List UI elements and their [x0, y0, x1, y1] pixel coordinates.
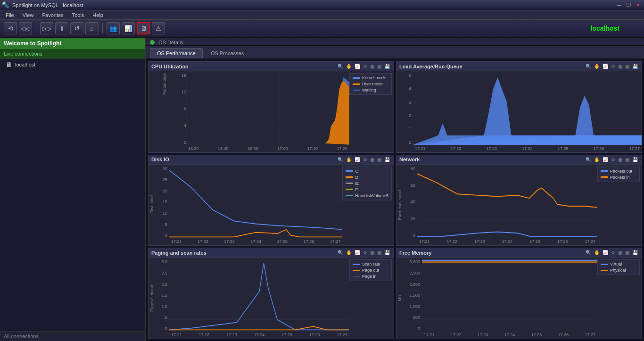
memory-chart-main: 17:21 17:22 17:23 17:24 17:25 17:26 17:2… — [422, 258, 597, 339]
cpu-ytick-4: 0 — [170, 140, 186, 145]
load-chart-toolbar[interactable]: 🔍 ✋ 📈 ⚙ ▦ ▦ 💾 — [585, 63, 639, 69]
paging-legend-scan: Scan rate — [353, 262, 388, 266]
menu-file[interactable]: File — [2, 11, 18, 19]
memory-ytick-2: 2,000 — [403, 282, 420, 287]
toolbar-users-button[interactable]: 👥 — [107, 22, 120, 34]
load-xtick-3: 17:24 — [522, 146, 533, 151]
cpu-legend-kernel-label: Kernel mode — [362, 75, 386, 80]
toolbar-prev-button[interactable]: ◁◁ — [19, 22, 32, 34]
close-button[interactable]: ✕ — [634, 1, 642, 9]
disk-ytick-4: 10 — [155, 211, 167, 216]
disk-grid1-btn[interactable]: ▦ — [369, 157, 375, 163]
sidebar-item-localhost[interactable]: 🖥 localhost — [0, 59, 145, 70]
disk-xtick-3: 17:24 — [250, 239, 261, 244]
toolbar-home-button[interactable]: ⌂ — [85, 22, 99, 34]
paging-chart-toolbar[interactable]: 🔍 ✋ 📈 ⚙ ▦ ▦ 💾 — [337, 250, 391, 256]
cpu-line-btn[interactable]: 📈 — [354, 63, 361, 69]
toolbar-sep2 — [102, 23, 103, 33]
disk-line-btn[interactable]: 📈 — [354, 157, 361, 163]
memory-filter-btn[interactable]: ⚙ — [610, 250, 616, 256]
paging-save-btn[interactable]: 💾 — [383, 250, 391, 256]
load-ytick-1: 4 — [396, 86, 411, 91]
memory-pan-btn[interactable]: ✋ — [593, 250, 601, 256]
disk-grid2-btn[interactable]: ▦ — [376, 157, 382, 163]
disk-filter-btn[interactable]: ⚙ — [362, 157, 368, 163]
network-ytick-4: 0 — [403, 233, 415, 238]
paging-zoom-btn[interactable]: 🔍 — [337, 250, 344, 256]
title-bar: 🔦 Spotlight on MySQL - localhost — ❐ ✕ — [0, 0, 644, 10]
paging-grid2-btn[interactable]: ▦ — [376, 250, 382, 256]
cpu-pan-btn[interactable]: ✋ — [345, 63, 353, 69]
toolbar-pause-button[interactable]: ⏸ — [55, 22, 68, 34]
disk-chart-toolbar[interactable]: 🔍 ✋ 📈 ⚙ ▦ ▦ 💾 — [337, 157, 391, 163]
paging-pan-btn[interactable]: ✋ — [345, 250, 353, 256]
memory-legend-virtual-label: Virtual — [610, 262, 622, 266]
memory-line-btn[interactable]: 📈 — [602, 250, 609, 256]
paging-ytick-4: 1.0 — [155, 304, 167, 309]
disk-ylabel-area: IO/second — [149, 165, 155, 246]
menu-favorites[interactable]: Favorites — [38, 11, 67, 19]
cpu-grid2-btn[interactable]: ▦ — [376, 63, 382, 69]
window-controls[interactable]: — ❐ ✕ — [615, 1, 642, 9]
memory-chart-toolbar[interactable]: 🔍 ✋ 📈 ⚙ ▦ ▦ 💾 — [585, 250, 639, 256]
network-grid1-btn[interactable]: ▦ — [617, 157, 623, 163]
memory-legend: Virtual Physical — [597, 259, 640, 275]
toolbar-play-button[interactable]: ▷▷ — [40, 22, 53, 34]
network-pan-btn[interactable]: ✋ — [593, 157, 601, 163]
memory-ytick-0: 3,000 — [403, 259, 420, 264]
memory-zoom-btn[interactable]: 🔍 — [585, 250, 592, 256]
toolbar-chart-button[interactable]: 📊 — [122, 22, 135, 34]
load-grid1-btn[interactable]: ▦ — [617, 63, 623, 69]
load-zoom-btn[interactable]: 🔍 — [585, 63, 592, 69]
menu-tools[interactable]: Tools — [68, 11, 88, 19]
cpu-zoom-btn[interactable]: 🔍 — [337, 63, 344, 69]
paging-ytick-5: .5 — [155, 315, 167, 320]
network-save-btn[interactable]: 💾 — [631, 157, 639, 163]
memory-grid1-btn[interactable]: ▦ — [617, 250, 623, 256]
load-yticks: 5 4 3 2 1 0 — [396, 71, 413, 152]
cpu-legend-user-label: User mode — [362, 82, 383, 86]
disk-zoom-btn[interactable]: 🔍 — [337, 157, 344, 163]
menu-view[interactable]: View — [19, 11, 38, 19]
network-chart-toolbar[interactable]: 🔍 ✋ 📈 ⚙ ▦ ▦ 💾 — [585, 157, 639, 163]
os-details-bar: OS Details — [146, 38, 644, 46]
disk-pan-btn[interactable]: ✋ — [345, 157, 353, 163]
network-grid2-btn[interactable]: ▦ — [624, 157, 630, 163]
load-grid2-btn[interactable]: ▦ — [624, 63, 630, 69]
toolbar-refresh-button[interactable]: ↺ — [70, 22, 83, 34]
disk-save-btn[interactable]: 💾 — [383, 157, 391, 163]
tab-os-performance[interactable]: OS Performance — [150, 48, 203, 58]
network-chart-body: Packets/second 80 60 40 20 0 — [396, 165, 642, 246]
memory-save-btn[interactable]: 💾 — [631, 250, 639, 256]
memory-grid2-btn[interactable]: ▦ — [624, 250, 630, 256]
cpu-filter-btn[interactable]: ⚙ — [362, 63, 368, 69]
network-filter-btn[interactable]: ⚙ — [610, 157, 616, 163]
toolbar-back2-button[interactable]: ⟲ — [4, 22, 17, 34]
toolbar-screen-button[interactable]: 🖥 — [137, 22, 150, 34]
network-line-btn[interactable]: 📈 — [602, 157, 609, 163]
cpu-grid1-btn[interactable]: ▦ — [369, 63, 375, 69]
tab-os-processes[interactable]: OS Processes — [204, 48, 251, 58]
load-pan-btn[interactable]: ✋ — [593, 63, 601, 69]
load-line-btn[interactable]: 📈 — [602, 63, 609, 69]
load-save-btn[interactable]: 💾 — [631, 63, 639, 69]
sidebar-header: Welcome to Spotlight — [0, 38, 145, 49]
paging-yticks: 3.0 2.5 2.0 1.5 1.0 .5 .0 — [155, 258, 169, 339]
paging-filter-btn[interactable]: ⚙ — [362, 250, 368, 256]
paging-line-btn[interactable]: 📈 — [354, 250, 361, 256]
network-zoom-btn[interactable]: 🔍 — [585, 157, 592, 163]
toolbar-alert-button[interactable]: ⚠ — [152, 22, 165, 34]
restore-button[interactable]: ❐ — [624, 1, 633, 9]
cpu-save-btn[interactable]: 💾 — [383, 63, 391, 69]
paging-grid1-btn[interactable]: ▦ — [369, 250, 375, 256]
cpu-yaxis: Percentage — [149, 71, 170, 152]
paging-chart-body: Pages/second 3.0 2.5 2.0 1.5 1.0 .5 .0 — [149, 258, 394, 339]
menu-help[interactable]: Help — [89, 11, 107, 19]
network-chart-panel: Network 🔍 ✋ 📈 ⚙ ▦ ▦ 💾 Packets/second — [396, 155, 642, 246]
load-filter-btn[interactable]: ⚙ — [610, 63, 616, 69]
minimize-button[interactable]: — — [615, 1, 623, 9]
cpu-chart-toolbar[interactable]: 🔍 ✋ 📈 ⚙ ▦ ▦ 💾 — [337, 63, 391, 69]
memory-xtick-5: 17:26 — [558, 333, 569, 337]
paging-ylabel-area: Pages/second — [149, 258, 155, 339]
network-xtick-6: 17:27 — [585, 239, 595, 244]
